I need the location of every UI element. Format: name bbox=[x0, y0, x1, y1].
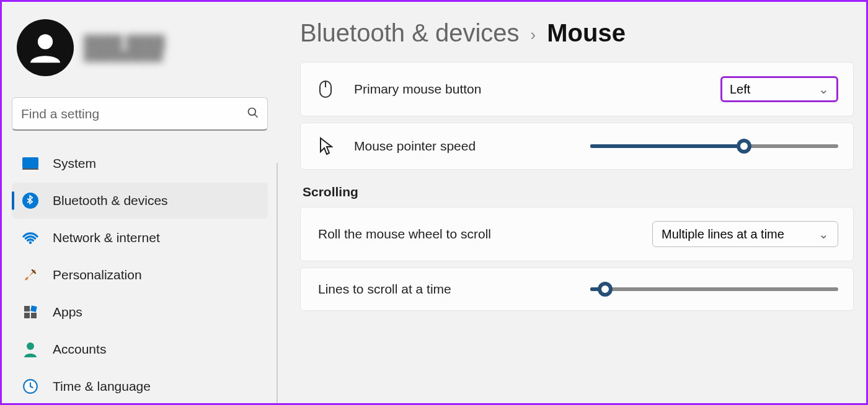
svg-point-6 bbox=[29, 242, 32, 244]
dropdown-value: Multiple lines at a time bbox=[662, 227, 784, 242]
display-icon bbox=[22, 155, 39, 172]
apps-icon bbox=[22, 303, 39, 321]
sidebar-item-label: Network & internet bbox=[53, 230, 160, 245]
svg-rect-10 bbox=[31, 313, 37, 318]
profile-block[interactable]: ████ ████ ████████████ bbox=[12, 19, 268, 76]
mouse-icon bbox=[316, 80, 335, 98]
sidebar-item-label: Time & language bbox=[53, 379, 151, 394]
sidebar-item-label: Apps bbox=[53, 305, 82, 320]
cursor-icon bbox=[316, 137, 335, 155]
chevron-down-icon: ⌄ bbox=[818, 227, 829, 242]
pointer-speed-slider[interactable] bbox=[590, 144, 838, 148]
search-input[interactable] bbox=[12, 97, 268, 131]
lines-scroll-row: Lines to scroll at a time bbox=[300, 268, 854, 311]
breadcrumb: Bluetooth & devices › Mouse bbox=[300, 19, 854, 47]
bluetooth-icon bbox=[22, 192, 39, 209]
lines-scroll-slider[interactable] bbox=[590, 287, 838, 291]
primary-mouse-button-row: Primary mouse button Left ⌄ bbox=[300, 62, 854, 116]
profile-text: ████ ████ ████████████ bbox=[84, 35, 165, 61]
primary-mouse-button-label: Primary mouse button bbox=[354, 82, 481, 97]
lines-scroll-label: Lines to scroll at a time bbox=[318, 282, 451, 297]
nav: System Bluetooth & devices Network & int… bbox=[12, 146, 268, 404]
primary-mouse-button-dropdown[interactable]: Left ⌄ bbox=[720, 76, 838, 102]
page-title: Mouse bbox=[547, 19, 626, 47]
person-icon bbox=[22, 341, 39, 358]
scrolling-header: Scrolling bbox=[303, 185, 854, 199]
paintbrush-icon bbox=[22, 266, 39, 284]
svg-rect-3 bbox=[22, 157, 38, 168]
sidebar: ████ ████ ████████████ System Bluetoo bbox=[2, 2, 278, 403]
sidebar-item-personalization[interactable]: Personalization bbox=[12, 257, 268, 293]
sidebar-item-network[interactable]: Network & internet bbox=[12, 220, 268, 256]
svg-rect-4 bbox=[22, 168, 38, 170]
chevron-right-icon: › bbox=[531, 22, 536, 45]
svg-point-11 bbox=[27, 342, 34, 350]
sidebar-item-apps[interactable]: Apps bbox=[12, 294, 268, 330]
svg-rect-8 bbox=[30, 305, 37, 312]
avatar bbox=[17, 19, 74, 76]
main-pane: Bluetooth & devices › Mouse Primary mous… bbox=[278, 2, 866, 403]
svg-point-0 bbox=[38, 34, 53, 49]
svg-line-2 bbox=[255, 115, 258, 118]
sidebar-item-label: System bbox=[53, 156, 96, 171]
sidebar-item-bluetooth-devices[interactable]: Bluetooth & devices bbox=[12, 183, 268, 219]
wheel-scroll-row: Roll the mouse wheel to scroll Multiple … bbox=[300, 207, 854, 261]
sidebar-item-time-language[interactable]: Time & language bbox=[12, 368, 268, 404]
clock-globe-icon bbox=[22, 378, 39, 395]
chevron-down-icon: ⌄ bbox=[818, 82, 829, 97]
wheel-scroll-dropdown[interactable]: Multiple lines at a time ⌄ bbox=[652, 221, 838, 247]
breadcrumb-parent[interactable]: Bluetooth & devices bbox=[300, 19, 520, 47]
svg-rect-7 bbox=[24, 306, 30, 311]
search-icon bbox=[247, 107, 259, 121]
svg-point-1 bbox=[249, 108, 256, 116]
sidebar-item-label: Personalization bbox=[53, 268, 142, 282]
wifi-icon bbox=[22, 229, 39, 246]
sidebar-item-label: Bluetooth & devices bbox=[53, 193, 168, 208]
search-box[interactable] bbox=[12, 97, 268, 131]
wheel-scroll-label: Roll the mouse wheel to scroll bbox=[318, 227, 491, 242]
pointer-speed-row: Mouse pointer speed bbox=[300, 123, 854, 170]
svg-rect-9 bbox=[24, 313, 30, 318]
sidebar-scrollbar[interactable] bbox=[277, 163, 278, 403]
sidebar-item-label: Accounts bbox=[53, 342, 106, 357]
sidebar-item-system[interactable]: System bbox=[12, 146, 268, 181]
pointer-speed-label: Mouse pointer speed bbox=[354, 139, 476, 154]
dropdown-value: Left bbox=[730, 82, 750, 97]
sidebar-item-accounts[interactable]: Accounts bbox=[12, 331, 268, 367]
